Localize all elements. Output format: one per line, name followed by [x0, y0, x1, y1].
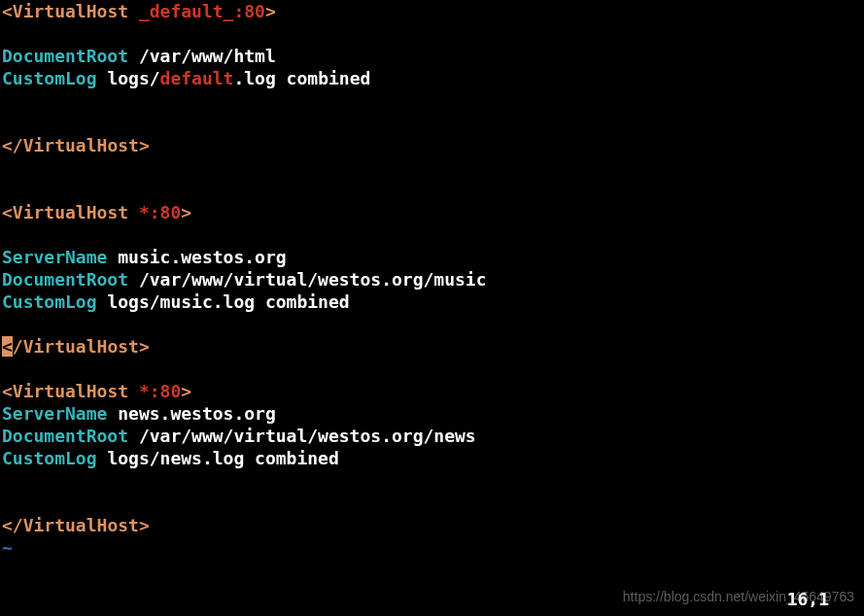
angle-close: > — [139, 515, 150, 535]
directive-customlog: CustomLog — [2, 68, 97, 88]
space — [97, 68, 108, 88]
vhost-arg: *:80 — [128, 202, 181, 222]
directive-value: logs/news.log combined — [97, 448, 339, 468]
code-line: CustomLog logs/news.log combined — [0, 447, 864, 469]
code-line — [0, 313, 864, 335]
code-line — [0, 179, 864, 201]
directive-value: logs/music.log combined — [97, 291, 350, 312]
angle-close: > — [181, 202, 191, 222]
code-line: DocumentRoot /var/www/html — [0, 45, 864, 67]
code-line: ServerName music.westos.org — [0, 246, 864, 268]
code-line — [0, 89, 864, 112]
code-line — [0, 156, 864, 179]
code-line: <VirtualHost _default_:80> — [0, 0, 864, 22]
code-line: ~ — [0, 536, 864, 559]
tag-virtualhost: VirtualHost — [13, 202, 128, 222]
code-line: <VirtualHost *:80> — [0, 201, 864, 223]
log-suffix: .log combined — [233, 68, 370, 88]
directive-value: news.westos.org — [107, 403, 275, 424]
code-line: ServerName news.westos.org — [0, 402, 864, 425]
code-line — [0, 469, 864, 492]
directive-value: /var/www/virtual/westos.org/news — [128, 426, 476, 446]
code-line — [0, 22, 864, 45]
vim-status-position: 16,1 — [0, 588, 858, 610]
directive-value: /var/www/virtual/westos.org/music — [128, 269, 486, 290]
log-prefix: logs/ — [107, 68, 159, 88]
vhost-arg: *:80 — [128, 381, 181, 401]
angle-close: > — [265, 1, 276, 21]
tag-virtualhost: VirtualHost — [13, 381, 128, 401]
code-line: DocumentRoot /var/www/virtual/westos.org… — [0, 268, 864, 291]
code-line — [0, 223, 864, 246]
code-line — [0, 358, 864, 380]
code-line: </VirtualHost> — [0, 514, 864, 536]
cursor: < — [2, 336, 13, 357]
terminal-editor[interactable]: <VirtualHost _default_:80> DocumentRoot … — [0, 0, 864, 616]
angle-close: > — [139, 336, 150, 357]
angle-close: > — [139, 135, 150, 155]
code-line: <VirtualHost *:80> — [0, 380, 864, 402]
directive-value: music.westos.org — [107, 247, 286, 267]
directive-documentroot: DocumentRoot — [2, 269, 128, 290]
angle-open: < — [2, 1, 13, 21]
code-line: CustomLog logs/music.log combined — [0, 291, 864, 313]
code-line — [0, 112, 864, 134]
directive-customlog: CustomLog — [2, 448, 97, 468]
code-line — [0, 492, 864, 514]
code-line: CustomLog logs/default.log combined — [0, 67, 864, 89]
directive-value — [128, 46, 139, 66]
log-redpart: default — [160, 68, 234, 88]
directive-documentroot: DocumentRoot — [2, 46, 128, 66]
tag-virtualhost-close: /VirtualHost — [13, 515, 139, 535]
vim-tilde: ~ — [2, 537, 13, 558]
code-line: </VirtualHost> — [0, 134, 864, 156]
vhost-arg: _default_:80 — [128, 1, 265, 21]
tag-virtualhost-close: /VirtualHost — [13, 135, 139, 155]
angle-open: < — [2, 202, 13, 222]
tag-virtualhost: VirtualHost — [13, 1, 128, 21]
angle-open: < — [2, 135, 13, 155]
directive-servername: ServerName — [2, 247, 107, 267]
directive-value: /var/www/html — [139, 46, 276, 66]
angle-close: > — [181, 381, 191, 401]
code-line: DocumentRoot /var/www/virtual/westos.org… — [0, 425, 864, 447]
angle-open: < — [2, 515, 13, 535]
code-line: </VirtualHost> — [0, 335, 864, 358]
angle-open: < — [2, 381, 13, 401]
directive-customlog: CustomLog — [2, 291, 97, 312]
directive-servername: ServerName — [2, 403, 107, 424]
tag-virtualhost-close: /VirtualHost — [13, 336, 139, 357]
directive-documentroot: DocumentRoot — [2, 426, 128, 446]
